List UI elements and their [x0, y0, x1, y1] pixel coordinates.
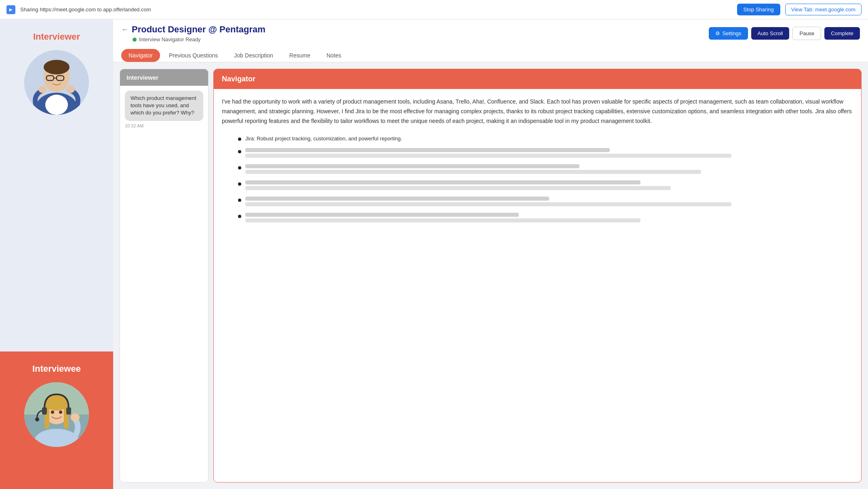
- svg-rect-17: [42, 407, 47, 415]
- split-content: Interviewer Which product management too…: [113, 62, 868, 489]
- status-row: Interview Navigator Ready: [133, 36, 265, 42]
- header-top: ← Product Designer @ Pentagram Interview…: [121, 24, 860, 42]
- bullet-line-sub: [245, 186, 671, 190]
- tab-previous-questions[interactable]: Previous Questions: [162, 49, 225, 62]
- svg-point-19: [35, 417, 39, 421]
- bullet-dot: [238, 215, 241, 218]
- page-title: Product Designer @ Pentagram: [132, 24, 265, 35]
- interviewee-panel: Interviewee: [0, 351, 113, 489]
- header-actions: ⚙ Settings Auto Scroll Pause Complete: [709, 27, 860, 40]
- interviewee-avatar: [24, 382, 89, 447]
- svg-rect-18: [66, 407, 71, 415]
- title-row: ← Product Designer @ Pentagram: [121, 24, 265, 35]
- svg-point-20: [51, 411, 54, 414]
- status-dot: [133, 38, 137, 42]
- svg-point-8: [38, 86, 46, 93]
- bullet-item: [238, 213, 853, 222]
- bullet-dot: [238, 150, 241, 153]
- bullet-content: [245, 148, 853, 158]
- bullet-line-main: [245, 180, 640, 184]
- svg-point-2: [45, 95, 68, 115]
- interviewer-avatar: [24, 50, 89, 115]
- chat-bubble: Which product management tools have you …: [125, 91, 203, 121]
- navigator-panel-header: Navigator: [214, 69, 861, 89]
- bullet-list: Jira: Robust project tracking, customiza…: [238, 135, 853, 222]
- bullet-dot: [238, 138, 241, 141]
- bullet-content: [245, 197, 853, 206]
- bullet-dot: [238, 182, 241, 186]
- left-sidebar: Interviewer: [0, 19, 113, 489]
- tab-notes[interactable]: Notes: [319, 49, 349, 62]
- tabs-row: Navigator Previous Questions Job Descrip…: [121, 46, 860, 62]
- content-area: ← Product Designer @ Pentagram Interview…: [113, 19, 868, 489]
- stop-sharing-button[interactable]: Stop Sharing: [737, 4, 780, 15]
- bullet-line-main: [245, 164, 579, 168]
- chat-time: 10:32 AM: [125, 123, 203, 128]
- complete-button[interactable]: Complete: [824, 27, 860, 40]
- bullet-item: [238, 197, 853, 206]
- settings-button[interactable]: ⚙ Settings: [709, 27, 748, 40]
- navigator-panel: Navigator I've had the opportunity to wo…: [213, 69, 862, 483]
- bullet-first-text: Jira: Robust project tracking, customiza…: [245, 135, 402, 142]
- settings-label: Settings: [723, 30, 742, 36]
- interviewer-panel: Interviewer: [0, 19, 113, 351]
- tab-job-description[interactable]: Job Description: [227, 49, 280, 62]
- svg-point-22: [71, 413, 80, 421]
- tab-navigator[interactable]: Navigator: [121, 49, 160, 62]
- bullet-line-main: [245, 213, 519, 217]
- interviewer-label: Interviewer: [33, 32, 80, 42]
- tab-resume[interactable]: Resume: [282, 49, 318, 62]
- bullet-line-sub: [245, 170, 701, 174]
- interviewee-label: Interviewee: [32, 364, 81, 374]
- bullet-dot: [238, 166, 241, 169]
- bullet-line-sub: [245, 218, 640, 222]
- bullet-item: [238, 164, 853, 174]
- settings-icon: ⚙: [715, 30, 720, 36]
- bullet-item-first: Jira: Robust project tracking, customiza…: [238, 135, 853, 142]
- view-tab-button[interactable]: View Tab: meet.google.com: [785, 4, 862, 15]
- status-text: Interview Navigator Ready: [139, 36, 200, 42]
- pause-button[interactable]: Pause: [792, 27, 821, 40]
- navigator-body-text: I've had the opportunity to work with a …: [222, 97, 853, 126]
- bullet-line-sub: [245, 154, 731, 158]
- bullet-content: [245, 164, 853, 174]
- svg-point-4: [44, 60, 70, 74]
- bullet-line-main: [245, 148, 610, 152]
- svg-point-21: [59, 411, 62, 414]
- back-button[interactable]: ←: [121, 25, 129, 34]
- navigator-body: I've had the opportunity to work with a …: [214, 89, 861, 482]
- content-header: ← Product Designer @ Pentagram Interview…: [113, 19, 868, 62]
- chat-panel-header: Interviewer: [120, 69, 208, 86]
- chat-panel: Interviewer Which product management too…: [120, 69, 209, 483]
- bullet-dot: [238, 199, 241, 202]
- bullet-item: [238, 180, 853, 190]
- bullet-item: [238, 148, 853, 158]
- sharing-bar: Sharing https://meet.google.com to app.o…: [0, 0, 868, 19]
- main-layout: Interviewer: [0, 19, 868, 489]
- bullet-content: [245, 213, 853, 222]
- sharing-text: Sharing https://meet.google.com to app.o…: [20, 6, 732, 13]
- meet-icon: [6, 5, 15, 14]
- bullet-line-main: [245, 197, 549, 201]
- svg-point-9: [67, 86, 75, 93]
- bullet-line-sub: [245, 202, 731, 206]
- chat-message-text: Which product management tools have you …: [131, 95, 196, 116]
- bullet-content: [245, 180, 853, 190]
- title-area: ← Product Designer @ Pentagram Interview…: [121, 24, 265, 42]
- chat-messages: Which product management tools have you …: [120, 86, 208, 482]
- auto-scroll-button[interactable]: Auto Scroll: [751, 27, 790, 40]
